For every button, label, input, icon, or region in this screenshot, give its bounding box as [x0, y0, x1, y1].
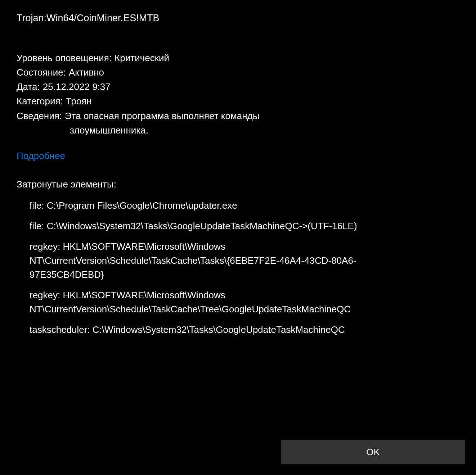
affected-item: regkey: HKLM\SOFTWARE\Microsoft\Windows …	[30, 288, 375, 316]
category-value: Троян	[66, 94, 92, 108]
category-label: Категория:	[17, 94, 63, 108]
ok-button[interactable]: OK	[281, 440, 465, 464]
info-row: Сведения: Эта опасная программа выполняе…	[17, 109, 459, 123]
affected-item: regkey: HKLM\SOFTWARE\Microsoft\Windows …	[30, 240, 375, 282]
threat-name: Trojan:Win64/CoinMiner.ES!MTB	[17, 11, 459, 26]
info-value-line2: злоумышленника.	[17, 123, 459, 137]
status-value: Активно	[69, 65, 104, 80]
status-label: Состояние:	[17, 65, 66, 80]
threat-details: Уровень оповещения: Критический Состояни…	[17, 51, 459, 138]
alert-level-row: Уровень оповещения: Критический	[17, 51, 459, 65]
affected-item: taskscheduler: C:\Windows\System32\Tasks…	[30, 323, 375, 337]
more-details-link[interactable]: Подробнее	[17, 149, 65, 163]
date-label: Дата:	[17, 80, 40, 94]
info-value-line1: Эта опасная программа выполняет команды	[65, 109, 259, 123]
date-value: 25.12.2022 9:37	[43, 80, 111, 94]
status-row: Состояние: Активно	[17, 65, 459, 80]
date-row: Дата: 25.12.2022 9:37	[17, 80, 459, 94]
info-label: Сведения:	[17, 109, 62, 123]
affected-item: file: C:\Program Files\Google\Chrome\upd…	[30, 199, 375, 213]
affected-items-header: Затронутые элементы:	[17, 177, 459, 191]
alert-level-label: Уровень оповещения:	[17, 51, 112, 65]
affected-items-list: file: C:\Program Files\Google\Chrome\upd…	[17, 199, 459, 337]
affected-item: file: C:\Windows\System32\Tasks\GoogleUp…	[30, 219, 375, 233]
category-row: Категория: Троян	[17, 94, 459, 108]
alert-level-value: Критический	[114, 51, 169, 65]
